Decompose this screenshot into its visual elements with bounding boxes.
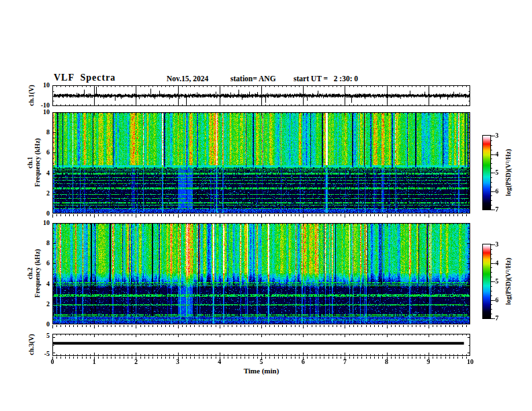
colorbar1-tick: -3 <box>493 132 498 140</box>
ch3-waveform-canvas <box>52 334 470 356</box>
colorbar2-tick: -3 <box>493 240 498 248</box>
axis-ticks-strip <box>52 214 470 219</box>
ch1-waveform-canvas <box>52 85 470 106</box>
ch2-spec-ylabel: ch.2 Frequency (kHz) <box>27 249 41 298</box>
x-tick-label: 3 <box>176 358 179 366</box>
x-tick-label: 4 <box>218 358 221 366</box>
colorbar1-tick: -4 <box>493 150 498 158</box>
colorbar2-tick: -6 <box>493 296 498 304</box>
ch1-spec-ytick: 6 <box>31 148 50 156</box>
colorbar2-tick: -4 <box>493 259 498 267</box>
ch1-spec-ylabel-line1: ch.1 <box>27 138 34 187</box>
x-tick-label: 8 <box>385 358 388 366</box>
ch2-spec-ytick: 8 <box>31 239 50 247</box>
ch2-spectrogram-canvas <box>52 223 470 324</box>
ch2-spec-ytick: 2 <box>31 300 50 308</box>
ch1-spectrogram-canvas <box>52 112 470 214</box>
x-tick-label: 7 <box>343 358 347 366</box>
x-tick-label: 1 <box>93 358 96 366</box>
colorbar2-label: log(PSD)(V²/Hz) <box>505 258 513 305</box>
ch2-spec-ytick: 6 <box>31 259 50 267</box>
ch2-spec-ytick: 0 <box>31 320 50 328</box>
ch1-wave-ytick: 10 <box>31 81 50 89</box>
ch2-spec-ytick: 4 <box>31 280 50 288</box>
ch1-spec-ytick: 2 <box>31 189 50 197</box>
colorbar1-tick: -5 <box>493 169 498 177</box>
colorbar1-tick: -6 <box>493 187 498 195</box>
ch1-spec-ylabel: ch.1 Frequency (kHz) <box>27 138 41 187</box>
station-label: station= ANG <box>230 75 276 83</box>
x-tick-label: 2 <box>134 358 138 366</box>
x-tick-label: 10 <box>467 358 474 366</box>
colorbar2-tick: -7 <box>493 314 498 322</box>
x-tick-label: 0 <box>51 358 54 366</box>
vlf-spectra-figure: VLF Spectra Nov.15, 2024 station= ANG st… <box>0 0 532 411</box>
ch2-spec-ytick: 10 <box>31 219 50 227</box>
figure-date: Nov.15, 2024 <box>167 75 208 83</box>
colorbar1-label: log(PSD)(V²/Hz) <box>505 149 513 196</box>
ch1-spec-ytick: 10 <box>31 108 50 116</box>
axis-ticks-strip <box>52 325 470 330</box>
colorbar2-tick: -5 <box>493 277 498 285</box>
ch3-wave-ytick: 5 <box>31 332 50 340</box>
x-tick-label: 9 <box>427 358 430 366</box>
x-axis-title: Time (min) <box>244 367 279 375</box>
colorbar1-tick: -7 <box>493 205 498 214</box>
ch2-spec-ylabel-line2: Frequency (kHz) <box>34 249 41 298</box>
ch3-wave-ytick: -5 <box>31 350 50 358</box>
ch1-spec-ytick: 4 <box>31 169 50 177</box>
ch1-spec-ytick: 8 <box>31 128 50 136</box>
ch1-spec-ytick: 0 <box>31 210 50 218</box>
figure-title: VLF Spectra <box>54 73 116 83</box>
ch2-spec-ylabel-line1: ch.2 <box>27 249 34 298</box>
ch1-spec-ylabel-line2: Frequency (kHz) <box>34 138 41 187</box>
start-ut-label: start UT = 2 :30: 0 <box>294 75 358 83</box>
x-tick-label: 6 <box>302 358 305 366</box>
x-tick-label: 5 <box>260 358 263 366</box>
